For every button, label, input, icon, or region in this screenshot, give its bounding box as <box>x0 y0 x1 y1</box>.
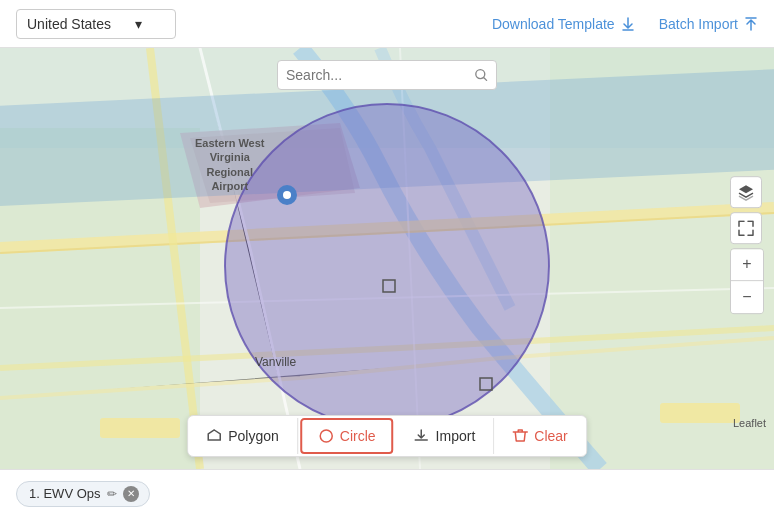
tag-edit-icon[interactable]: ✏ <box>107 487 117 501</box>
search-icon <box>474 67 488 83</box>
zoom-out-button[interactable]: − <box>731 281 763 313</box>
svg-marker-16 <box>208 430 220 440</box>
layers-button[interactable] <box>730 176 762 208</box>
circle-button[interactable]: Circle <box>300 418 394 454</box>
leaflet-attribution: Leaflet <box>733 417 766 429</box>
country-select-value: United States <box>27 16 111 32</box>
batch-import-label: Batch Import <box>659 16 738 32</box>
tag-ewv-ops: 1. EWV Ops ✏ ✕ <box>16 481 150 507</box>
import-icon <box>414 428 430 444</box>
country-select[interactable]: United States ▾ <box>16 9 176 39</box>
download-template-label: Download Template <box>492 16 615 32</box>
polygon-button[interactable]: Polygon <box>188 418 298 454</box>
map-controls: + − <box>730 176 764 314</box>
svg-rect-6 <box>100 418 180 438</box>
clear-icon <box>512 428 528 444</box>
map-container[interactable]: Eastern WestVirginiaRegionalAirport Vanv… <box>0 48 774 469</box>
clear-label: Clear <box>534 428 567 444</box>
drawing-toolbar: Polygon Circle Import Clear <box>187 415 587 457</box>
header: United States ▾ Download Template Batch … <box>0 0 774 48</box>
header-actions: Download Template Batch Import <box>492 16 758 32</box>
polygon-icon <box>206 428 222 444</box>
tag-bar: 1. EWV Ops ✏ ✕ <box>0 469 774 517</box>
import-button[interactable]: Import <box>396 418 495 454</box>
zoom-controls: + − <box>730 248 764 314</box>
polygon-label: Polygon <box>228 428 279 444</box>
import-label: Import <box>436 428 476 444</box>
svg-rect-1 <box>0 128 200 469</box>
zoom-in-button[interactable]: + <box>731 249 763 281</box>
clear-button[interactable]: Clear <box>494 418 585 454</box>
batch-import-link[interactable]: Batch Import <box>659 16 758 32</box>
svg-marker-5 <box>190 128 355 203</box>
map-search-input[interactable] <box>286 67 468 83</box>
tag-close-button[interactable]: ✕ <box>123 486 139 502</box>
svg-point-17 <box>320 430 332 442</box>
map-search-bar <box>277 60 497 90</box>
expand-button[interactable] <box>730 212 762 244</box>
circle-label: Circle <box>340 428 376 444</box>
tag-label: 1. EWV Ops <box>29 486 101 501</box>
map-background <box>0 48 774 469</box>
batch-import-icon <box>744 17 758 31</box>
chevron-down-icon: ▾ <box>135 16 142 32</box>
download-template-link[interactable]: Download Template <box>492 16 635 32</box>
circle-icon <box>318 428 334 444</box>
svg-rect-7 <box>660 403 740 423</box>
download-icon <box>621 17 635 31</box>
